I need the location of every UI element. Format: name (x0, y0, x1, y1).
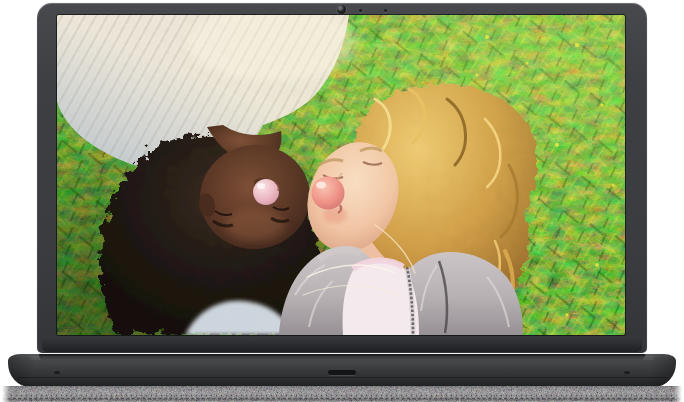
reflection-noise (2, 386, 682, 402)
base-detail-right (624, 371, 630, 374)
laptop-lid (37, 3, 647, 353)
laptop-product-shot (0, 0, 684, 402)
base-detail-left (54, 371, 60, 374)
deck-highlight (30, 356, 654, 360)
microphone-hole (384, 9, 387, 12)
sunlight-glare (57, 15, 625, 335)
laptop-base (8, 354, 676, 387)
display-panel (57, 15, 625, 335)
microphone-hole (359, 9, 362, 12)
lid-notch (328, 370, 356, 375)
webcam (337, 5, 346, 14)
wallpaper-photo (57, 15, 625, 335)
base-seam (18, 377, 666, 378)
desk-reflection (2, 386, 682, 402)
